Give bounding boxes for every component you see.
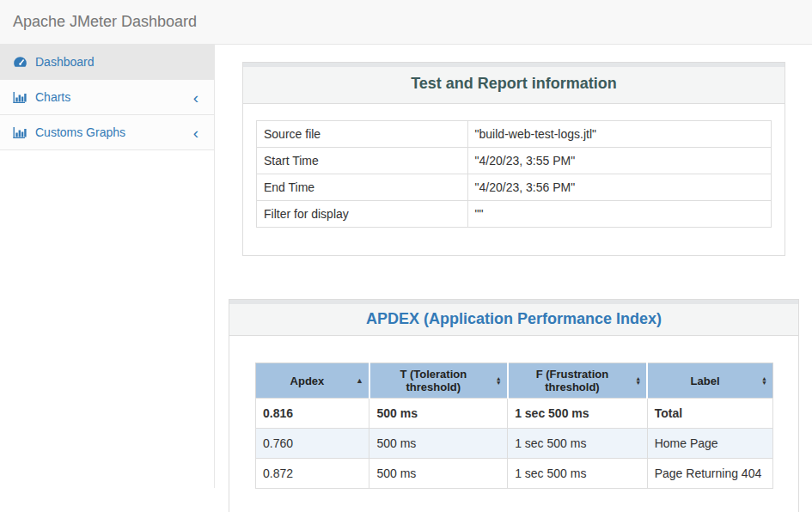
table-row: Filter for display "" [257,201,772,228]
sort-both-icon: ▲▼ [496,376,502,385]
apdex-title: APDEX (Application Performance Index) [242,310,785,328]
bar-chart-icon [13,91,27,104]
main-layout: Dashboard Charts ‹ [0,45,812,512]
frustration-value: 1 sec 500 ms [508,459,648,489]
toleration-value: 500 ms [369,399,508,429]
info-label: Start Time [257,148,468,174]
apdex-header-row: Apdex ▲ T (Toleration threshold) ▲▼ [256,363,773,399]
sort-both-icon: ▲▼ [635,376,641,385]
sidebar: Dashboard Charts ‹ [0,45,215,488]
frustration-value: 1 sec 500 ms [508,429,648,459]
sidebar-item-label: Charts [35,90,70,104]
dashboard-gauge-icon [13,56,27,69]
test-info-panel: Test and Report information Source file … [242,62,785,256]
sidebar-item-label: Dashboard [35,55,95,69]
test-info-table: Source file "build-web-test-logs.jtl" St… [256,120,772,228]
top-navbar: Apache JMeter Dashboard [0,0,812,45]
info-value: "" [467,201,771,228]
apdex-table: Apdex ▲ T (Toleration threshold) ▲▼ [255,363,773,489]
info-label: Filter for display [257,201,468,228]
sidebar-item-dashboard[interactable]: Dashboard [0,45,214,80]
frustration-value: 1 sec 500 ms [508,399,648,429]
apdex-value: 0.760 [256,429,369,459]
test-info-panel-body: Source file "build-web-test-logs.jtl" St… [243,104,785,255]
test-info-title: Test and Report information [256,75,772,93]
toleration-value: 500 ms [369,429,508,459]
apdex-value: 0.872 [256,459,369,489]
label-value: Total [647,399,772,429]
app-title: Apache JMeter Dashboard [13,13,197,31]
apdex-value: 0.816 [256,399,369,429]
sortable-column-header-frustration[interactable]: F (Frustration threshold) ▲▼ [508,363,648,399]
sortable-column-header-toleration[interactable]: T (Toleration threshold) ▲▼ [369,363,508,399]
sidebar-item-label: Customs Graphs [35,125,125,139]
apdex-panel-heading: APDEX (Application Performance Index) [229,300,798,336]
sidebar-item-charts[interactable]: Charts ‹ [0,80,214,115]
sidebar-item-customs-graphs[interactable]: Customs Graphs ‹ [0,115,214,150]
info-value: "4/20/23, 3:56 PM" [467,174,771,201]
info-label: End Time [257,174,468,201]
apdex-panel: APDEX (Application Performance Index) Ap… [229,299,799,512]
apdex-panel-body: Apdex ▲ T (Toleration threshold) ▲▼ [229,336,798,512]
content-area: Test and Report information Source file … [215,45,812,512]
toleration-value: 500 ms [369,459,508,489]
table-row: Source file "build-web-test-logs.jtl" [257,121,772,148]
apdex-row-page-returning-404: 0.872 500 ms 1 sec 500 ms Page Returning… [256,459,773,489]
sortable-column-header-label[interactable]: Label ▲▼ [647,363,772,399]
info-label: Source file [257,121,468,148]
sortable-column-header-apdex[interactable]: Apdex ▲ [256,363,369,399]
label-value: Home Page [647,429,772,459]
test-info-panel-heading: Test and Report information [243,63,785,104]
info-value: "4/20/23, 3:55 PM" [467,148,771,174]
table-row: Start Time "4/20/23, 3:55 PM" [257,148,772,174]
bar-chart-icon [13,126,27,139]
label-value: Page Returning 404 [647,459,772,489]
apdex-row-home-page: 0.760 500 ms 1 sec 500 ms Home Page [256,429,773,459]
table-row: End Time "4/20/23, 3:56 PM" [257,174,772,201]
apdex-row-total: 0.816 500 ms 1 sec 500 ms Total [256,399,773,429]
chevron-left-icon: ‹ [193,89,205,106]
sort-asc-icon: ▲ [356,377,363,385]
sort-both-icon: ▲▼ [761,376,767,385]
info-value: "build-web-test-logs.jtl" [467,121,771,148]
chevron-left-icon: ‹ [193,125,205,141]
